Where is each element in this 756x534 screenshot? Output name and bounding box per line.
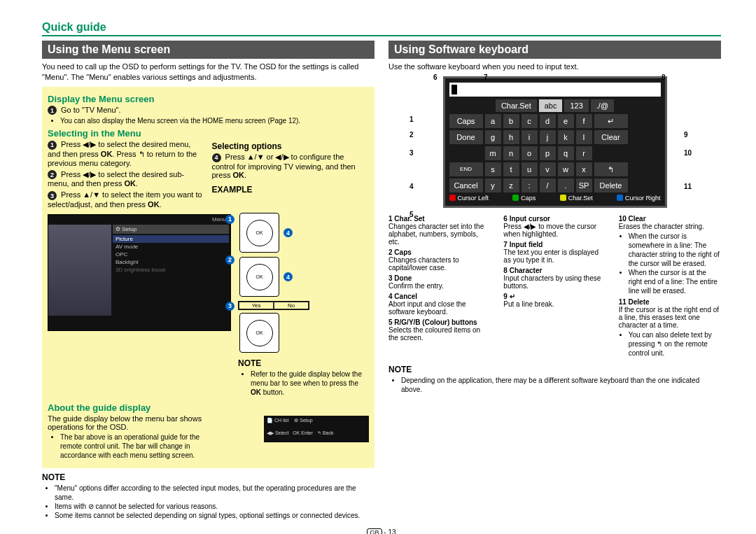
key-j: j <box>540 130 556 144</box>
key-l: l <box>576 130 592 144</box>
key-e: e <box>558 114 574 128</box>
key-s: s <box>485 162 501 176</box>
page-footer: GB - 13 <box>42 528 721 534</box>
key-t: t <box>503 162 519 176</box>
page-number: 13 <box>388 528 396 534</box>
menu-item-avmode: AV mode <box>113 243 229 251</box>
example-h: EXAMPLE <box>212 185 370 195</box>
green-dot-icon <box>512 195 519 201</box>
key-u: u <box>522 162 538 176</box>
leg-5: Selects the coloured items on the screen… <box>388 326 480 342</box>
selecting-h: Selecting in the Menu <box>48 128 369 139</box>
key-i: i <box>522 130 538 144</box>
key-c: c <box>522 114 538 128</box>
co-9: 9 <box>684 131 688 139</box>
callout-1b: 1 <box>225 215 234 224</box>
key-a: a <box>485 114 501 128</box>
callout-2b: 2 <box>225 255 234 265</box>
co-2: 2 <box>410 131 414 139</box>
key-m: m <box>485 146 501 160</box>
note-right: Depending on the application, there may … <box>401 376 721 394</box>
menu-item-picture: Picture <box>113 235 229 243</box>
key-back: ↰ <box>594 162 628 176</box>
key-sp: SP <box>576 178 592 192</box>
leg-7: The text you enter is displayed as you t… <box>503 248 598 264</box>
red-dot-icon <box>449 195 456 201</box>
menu-screenshot: Menu 📄 CH list ⚙ Setup Picture AV mode O… <box>48 214 231 331</box>
left-column: Using the Menu screen You need to call u… <box>42 41 374 523</box>
locale-badge: GB <box>367 528 382 534</box>
key-caps: Caps <box>449 114 483 128</box>
key-end: END <box>449 162 483 176</box>
leg-9: Put a line break. <box>503 300 554 308</box>
co-4: 4 <box>410 183 414 190</box>
leg-2: Changes characters to capital/lower case… <box>388 256 459 272</box>
menu-item-backlight: Backlight <box>113 258 229 266</box>
co-6: 6 <box>433 73 438 81</box>
sel-step3-badge: 3 <box>48 191 57 200</box>
key-f: f <box>576 114 592 128</box>
tab-abc: abc <box>539 99 563 112</box>
kb-input-field <box>449 83 661 97</box>
software-keyboard: Char.Set abc 123 ./@ Caps a b c d e f ↵ … <box>443 76 667 208</box>
sel-step2: Press ◀/▶ to select the desired sub-menu… <box>48 170 184 188</box>
leg-6: Press ◀/▶ to move the cursor when highli… <box>503 223 596 238</box>
keyboard-legend: 1 Char. SetChanges character set into th… <box>388 215 721 360</box>
section-title-menu: Using the Menu screen <box>42 41 374 59</box>
step-1-badge: 1 <box>48 106 57 115</box>
leg-11a: You can also delete text by pressing ↰ o… <box>629 330 721 358</box>
sel-opt-badge: 4 <box>212 153 221 162</box>
section-title-kb: Using Software keyboard <box>388 41 721 59</box>
key-enter: ↵ <box>594 114 628 128</box>
key-y: y <box>485 178 501 192</box>
co-1: 1 <box>410 115 414 123</box>
key-h: h <box>503 130 519 144</box>
key-z: z <box>503 178 519 192</box>
sel-step1-badge: 1 <box>48 141 57 150</box>
ok-2: OK <box>124 179 136 188</box>
note-heading-right: NOTE <box>388 365 721 374</box>
yes-btn: Yes <box>239 302 274 309</box>
ok-4: OK <box>232 171 244 179</box>
yes-no-box: Yes No <box>238 301 309 310</box>
key-k: k <box>558 130 574 144</box>
sel-step2-badge: 2 <box>48 170 57 179</box>
right-column: Using Software keyboard Use the software… <box>388 41 721 523</box>
key-d: d <box>540 114 556 128</box>
display-sub: You can also display the Menu screen via… <box>60 116 369 125</box>
note-inner: Refer to the guide display below the men… <box>251 370 369 397</box>
intro-menu: You need to call up the OSD to perform s… <box>42 62 374 83</box>
no-btn: No <box>274 302 309 309</box>
co-3: 3 <box>410 149 414 157</box>
menu-title: Menu <box>212 216 226 223</box>
key-cancel: Cancel <box>449 178 483 192</box>
leg-10b: When the cursor is at the right end of a… <box>629 268 721 295</box>
note-h-inner: NOTE <box>238 358 369 368</box>
sel-step3: Press ▲/▼ to select the item you want to… <box>48 190 202 209</box>
kb-colorbar: Cursor Left Caps Char.Set Cursor Right <box>449 195 661 202</box>
key-n: n <box>503 146 519 160</box>
menu-item-3d: 3D brightness boost <box>113 266 229 274</box>
leg-1: Changes character set into the alphabet,… <box>388 223 484 246</box>
remote-dpad-2: OK <box>239 257 279 297</box>
callout-4a: 4 <box>284 228 293 237</box>
key-w: w <box>558 162 574 176</box>
key-dot: . <box>558 178 574 192</box>
note-l1: "Menu" options differ according to the s… <box>55 484 374 502</box>
remote-dpad-1: OK <box>239 213 279 253</box>
quick-guide-heading: Quick guide <box>42 21 721 36</box>
remote-dpad-3: OK <box>239 313 279 353</box>
co-11: 11 <box>684 183 692 190</box>
tab-charset: Char.Set <box>496 99 537 112</box>
keyboard-diagram: 6 7 8 1 2 3 4 5 9 10 11 Char.Set abc 123… <box>388 76 721 208</box>
ok-3: OK <box>148 200 160 209</box>
guide-bar: 📄 CH list ⚙ Setup ◀▶ Select OK Enter ↰ B… <box>264 416 369 442</box>
key-delete: Delete <box>594 178 628 192</box>
tab-123: 123 <box>564 99 588 112</box>
key-colon: : <box>522 178 538 192</box>
leg-10a: When the cursor is somewhere in a line: … <box>629 232 721 268</box>
about-h: About the guide display <box>48 402 369 413</box>
menu-item-opc: OPC <box>113 251 229 258</box>
key-v: v <box>540 162 556 176</box>
note-l2: Items with ⊘ cannot be selected for vari… <box>55 502 374 511</box>
